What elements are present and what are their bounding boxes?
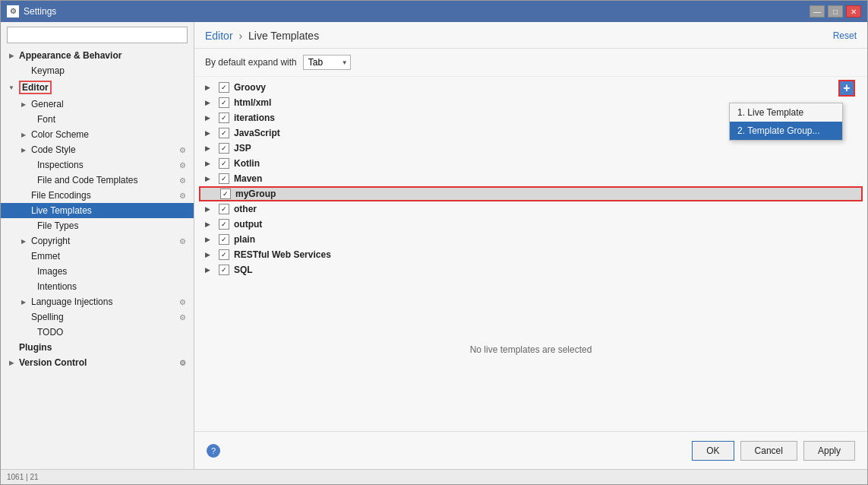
ok-button[interactable]: OK — [692, 441, 734, 461]
gear-icon: ⚙ — [177, 312, 188, 322]
template-row-sql[interactable]: ▶ SQL — [194, 262, 867, 277]
dropdown-item-template-group[interactable]: 2. Template Group... — [730, 122, 842, 140]
sidebar-label: General — [31, 99, 64, 109]
group-checkbox[interactable] — [219, 97, 229, 108]
sidebar-item-appearance[interactable]: ▶ Appearance & Behavior — [1, 48, 194, 63]
group-label: Groovy — [234, 82, 266, 93]
sidebar-item-plugins[interactable]: Plugins — [1, 340, 194, 355]
main-header: Editor › Live Templates Reset — [194, 22, 867, 49]
sidebar-item-editor[interactable]: ▼ Editor — [1, 78, 194, 97]
help-button[interactable]: ? — [207, 444, 220, 458]
expand-select[interactable]: Tab Space Enter — [303, 55, 351, 70]
minimize-button[interactable]: — — [810, 5, 825, 17]
sidebar-label: File Encodings — [31, 190, 91, 201]
sidebar-item-copyright[interactable]: ▶ Copyright ⚙ — [1, 233, 194, 249]
expand-arrow-icon: ▶ — [205, 251, 216, 258]
search-input[interactable] — [7, 27, 188, 43]
sidebar-item-keymap[interactable]: Keymap — [1, 63, 194, 78]
sidebar-label: Version Control — [19, 357, 87, 368]
sidebar-label: Images — [37, 266, 67, 277]
sidebar-label: Intentions — [37, 281, 77, 292]
sidebar-item-code-style[interactable]: ▶ Code Style ⚙ — [1, 142, 194, 157]
group-label: output — [234, 219, 262, 230]
sidebar-item-version-control[interactable]: ▶ Version Control ⚙ — [1, 355, 194, 370]
window-title: Settings — [24, 6, 810, 17]
expand-arrow-placeholder — [25, 176, 34, 185]
expand-arrow-icon: ▶ — [205, 220, 216, 228]
sidebar-item-inspections[interactable]: Inspections ⚙ — [1, 157, 194, 173]
close-button[interactable]: ✕ — [846, 5, 861, 17]
template-row-maven[interactable]: ▶ Maven — [194, 171, 867, 186]
expand-arrow-icon: ▶ — [205, 99, 216, 106]
template-row-groovy[interactable]: ▶ Groovy — [194, 80, 867, 95]
reset-button[interactable]: Reset — [833, 30, 857, 41]
expand-arrow-icon: ▶ — [205, 144, 216, 152]
group-checkbox[interactable] — [219, 249, 229, 260]
group-checkbox[interactable] — [219, 219, 229, 230]
main-content: ▶ Appearance & Behavior Keymap ▼ Editor … — [1, 22, 867, 469]
expand-arrow-icon: ▶ — [205, 129, 216, 137]
maximize-button[interactable]: □ — [828, 5, 843, 17]
sidebar-label: Appearance & Behavior — [19, 50, 122, 61]
expand-arrow-icon: ▶ — [205, 175, 216, 182]
template-row-restful[interactable]: ▶ RESTful Web Services — [194, 247, 867, 262]
group-label: myGroup — [235, 189, 276, 199]
sidebar-item-file-types[interactable]: File Types — [1, 218, 194, 233]
gear-icon: ⚙ — [177, 160, 188, 170]
group-checkbox[interactable] — [219, 234, 229, 245]
sidebar-item-color-scheme[interactable]: ▶ Color Scheme — [1, 127, 194, 142]
sidebar-item-emmet[interactable]: Emmet — [1, 249, 194, 264]
group-checkbox[interactable] — [219, 128, 229, 138]
breadcrumb-editor: Editor — [205, 30, 233, 42]
sidebar-label: Keymap — [31, 65, 65, 76]
group-checkbox[interactable] — [219, 158, 229, 169]
sidebar-item-images[interactable]: Images — [1, 264, 194, 279]
sidebar-item-file-encodings[interactable]: File Encodings ⚙ — [1, 188, 194, 203]
sidebar-item-todo[interactable]: TODO — [1, 325, 194, 340]
sidebar-item-file-code-templates[interactable]: File and Code Templates ⚙ — [1, 173, 194, 188]
add-dropdown-menu: 1. Live Template 2. Template Group... — [729, 103, 843, 141]
template-row-jsp[interactable]: ▶ JSP — [194, 141, 867, 156]
sidebar-label: Language Injections — [31, 296, 112, 307]
group-label: iterations — [234, 113, 275, 123]
expand-arrow-placeholder — [19, 66, 28, 75]
sidebar-item-spelling[interactable]: Spelling ⚙ — [1, 309, 194, 325]
sidebar-label: Editor — [19, 81, 52, 94]
sidebar-item-general[interactable]: ▶ General — [1, 97, 194, 112]
group-checkbox[interactable] — [219, 204, 229, 214]
group-checkbox[interactable] — [219, 113, 229, 123]
apply-button[interactable]: Apply — [803, 441, 855, 461]
group-checkbox[interactable] — [219, 143, 229, 154]
group-checkbox[interactable] — [219, 265, 229, 275]
expand-arrow-icon: ▶ — [205, 160, 216, 167]
sidebar-item-intentions[interactable]: Intentions — [1, 279, 194, 294]
template-row-kotlin[interactable]: ▶ Kotlin — [194, 156, 867, 171]
settings-window: ⚙ Settings — □ ✕ ▶ Appearance & Behavior… — [0, 0, 868, 485]
expand-arrow-icon: ▶ — [19, 297, 28, 306]
sidebar-label: Code Style — [31, 144, 76, 155]
template-list-area: + 1. Live Template 2. Template Group... … — [194, 77, 867, 431]
sidebar-label: Spelling — [31, 312, 64, 322]
sidebar-label: Color Scheme — [31, 129, 89, 140]
template-row-other[interactable]: ▶ other — [194, 201, 867, 217]
expand-row: By default expand with Tab Space Enter — [194, 49, 867, 77]
breadcrumb: Editor › Live Templates — [205, 30, 319, 42]
sidebar-item-live-templates[interactable]: Live Templates — [1, 203, 194, 218]
group-checkbox[interactable] — [219, 82, 229, 93]
no-templates-message: No live templates are selected — [455, 329, 608, 370]
cancel-button[interactable]: Cancel — [740, 441, 797, 461]
sidebar-label: Copyright — [31, 236, 70, 246]
dropdown-item-live-template[interactable]: 1. Live Template — [730, 103, 842, 122]
sidebar-label: Font — [37, 114, 55, 125]
sidebar-item-language-injections[interactable]: ▶ Language Injections ⚙ — [1, 294, 194, 309]
gear-icon: ⚙ — [177, 175, 188, 185]
template-row-mygroup[interactable]: myGroup — [199, 186, 863, 201]
expand-arrow-icon: ▶ — [19, 145, 28, 154]
template-row-output[interactable]: ▶ output — [194, 217, 867, 232]
group-checkbox[interactable] — [219, 173, 229, 184]
group-checkbox[interactable] — [220, 189, 231, 199]
expand-arrow-icon: ▶ — [205, 114, 216, 122]
template-row-plain[interactable]: ▶ plain — [194, 232, 867, 247]
expand-arrow-icon: ▶ — [19, 236, 28, 246]
sidebar-item-font[interactable]: Font — [1, 112, 194, 127]
